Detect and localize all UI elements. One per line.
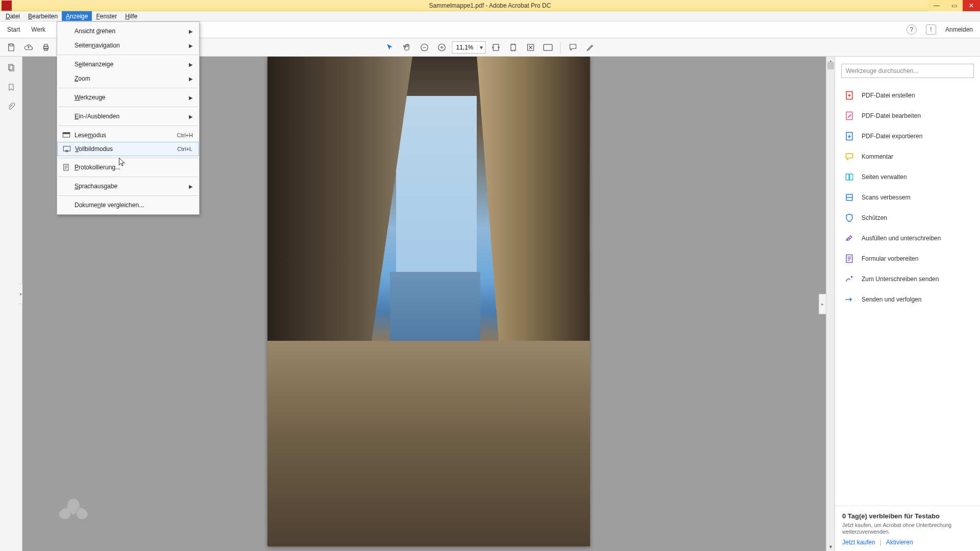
submenu-arrow-icon: ▶: [189, 114, 193, 119]
menu-hilfe[interactable]: Hilfe: [121, 11, 141, 21]
print-icon[interactable]: [39, 40, 53, 55]
tool-label: PDF-Datei exportieren: [862, 133, 922, 140]
svg-rect-11: [10, 66, 14, 71]
menu-separator: [58, 88, 198, 88]
menu-item-ein-ausblenden[interactable]: Ein-/Ausblenden▶: [57, 109, 199, 123]
menu-item-label: Sprachausgabe: [72, 183, 189, 190]
read-icon: [60, 132, 72, 139]
fillsign-icon: [844, 233, 854, 243]
menu-separator: [58, 126, 198, 126]
menu-anzeige[interactable]: Anzeige: [62, 11, 92, 21]
tool-label: Ausfüllen und unterschreiben: [862, 235, 941, 242]
shortcut-label: Ctrl+H: [177, 132, 193, 138]
help-icon[interactable]: ?: [906, 24, 917, 35]
zoom-out-icon[interactable]: [418, 40, 432, 55]
zoom-dropdown-icon[interactable]: ▾: [477, 44, 485, 51]
tool-create[interactable]: PDF-Datei erstellen: [835, 85, 980, 106]
vertical-scrollbar[interactable]: ▲ ▼: [826, 57, 835, 551]
tool-sendtrack[interactable]: Senden und verfolgen: [835, 289, 980, 310]
svg-rect-20: [63, 133, 69, 134]
tool-label: Seiten verwalten: [862, 173, 907, 181]
tools-search-input[interactable]: Werkzeuge durchsuchen...: [841, 64, 974, 78]
zoom-input[interactable]: [453, 44, 477, 51]
login-link[interactable]: Anmelden: [945, 26, 973, 33]
cloud-upload-icon[interactable]: [21, 40, 36, 55]
bookmark-icon[interactable]: [6, 82, 16, 92]
notify-icon[interactable]: !: [926, 24, 936, 35]
tool-protect[interactable]: Schützen: [835, 208, 980, 228]
menu-item-seitennavigation[interactable]: Seitennavigation▶: [57, 38, 199, 53]
tools-tab[interactable]: Werkzeuge: [31, 26, 45, 33]
tool-label: Zum Unterschreiben senden: [862, 276, 939, 283]
scroll-thumb[interactable]: [827, 62, 834, 69]
tool-form[interactable]: Formular vorbereiten: [835, 248, 980, 269]
close-button[interactable]: ✕: [963, 0, 980, 11]
attachment-icon[interactable]: [6, 102, 16, 112]
svg-rect-0: [10, 44, 13, 46]
fit-page-icon[interactable]: [506, 40, 521, 55]
tool-comment[interactable]: Kommentar: [835, 146, 980, 167]
menu-item-label: Werkzeuge: [72, 94, 189, 101]
menu-separator: [58, 107, 198, 107]
read-mode-icon[interactable]: [541, 40, 555, 55]
maximize-button[interactable]: ▭: [945, 0, 963, 11]
menu-item-ansicht-drehen[interactable]: Ansicht drehen▶: [57, 24, 199, 38]
form-icon: [844, 254, 854, 264]
svg-rect-7: [511, 44, 516, 51]
select-tool-icon[interactable]: [383, 40, 397, 55]
menu-item-label: Seitenanzeige: [72, 61, 189, 68]
window-title: Sammelmappe1.pdf - Adobe Acrobat Pro DC: [429, 2, 551, 9]
save-icon[interactable]: [4, 40, 18, 55]
trial-links: Jetzt kaufen | Aktivieren: [842, 539, 973, 546]
scroll-down-icon[interactable]: ▼: [826, 542, 835, 551]
rightpanel-collapse-icon[interactable]: ▸: [819, 294, 826, 314]
menu-item-zoom[interactable]: Zoom▶: [57, 71, 199, 86]
tool-sendsign[interactable]: Zum Unterschreiben senden: [835, 269, 980, 289]
menu-item-seitenanzeige[interactable]: Seitenanzeige▶: [57, 57, 199, 71]
tool-scan[interactable]: Scans verbessern: [835, 187, 980, 208]
start-tab[interactable]: Start: [7, 26, 20, 33]
zoom-select[interactable]: ▾: [452, 41, 486, 54]
svg-rect-16: [850, 174, 853, 180]
menu-item-label: Dokumente vergleichen...: [72, 202, 193, 209]
fit-visible-icon[interactable]: [524, 40, 538, 55]
menu-item-dokumente-vergleichen-[interactable]: Dokumente vergleichen...: [57, 198, 199, 212]
svg-rect-9: [544, 44, 552, 51]
menu-item-protokollierung-[interactable]: Protokollierung...: [57, 160, 199, 174]
menu-item-werkzeuge[interactable]: Werkzeuge▶: [57, 90, 199, 105]
buy-now-link[interactable]: Jetzt kaufen: [842, 539, 875, 546]
hand-tool-icon[interactable]: [400, 40, 414, 55]
menu-bearbeiten[interactable]: Bearbeiten: [24, 11, 62, 21]
menu-item-lesemodus[interactable]: LesemodusCtrl+H: [57, 128, 199, 142]
edit-icon: [844, 111, 854, 121]
menu-item-sprachausgabe[interactable]: Sprachausgabe▶: [57, 179, 199, 193]
tool-pages[interactable]: Seiten verwalten: [835, 167, 980, 187]
menu-fenster[interactable]: Fenster: [92, 11, 121, 21]
tool-label: Scans verbessern: [862, 194, 911, 201]
right-panel: Werkzeuge durchsuchen... PDF-Datei erste…: [835, 57, 980, 551]
tool-label: Formular vorbereiten: [862, 255, 918, 262]
submenu-arrow-icon: ▶: [189, 184, 193, 189]
comment-tool-icon[interactable]: [566, 40, 580, 55]
tool-export[interactable]: PDF-Datei exportieren: [835, 126, 980, 146]
search-placeholder: Werkzeuge durchsuchen...: [846, 67, 919, 74]
pdf-page: [267, 57, 590, 546]
menubar: DateiBearbeitenAnzeigeFensterHilfe: [0, 11, 980, 21]
left-rail: ▸: [0, 57, 22, 551]
thumbnails-icon[interactable]: [6, 63, 16, 73]
anzeige-menu: Ansicht drehen▶Seitennavigation▶Seitenan…: [57, 21, 200, 215]
window-controls: — ▭ ✕: [928, 0, 980, 11]
activate-link[interactable]: Aktivieren: [886, 539, 913, 546]
tool-fillsign[interactable]: Ausfüllen und unterschreiben: [835, 228, 980, 248]
fit-width-icon[interactable]: [489, 40, 503, 55]
trial-subtitle: Jetzt kaufen, um Acrobat ohne Unterbrech…: [842, 522, 973, 536]
menu-item-vollbildmodus[interactable]: VollbildmodusCtrl+L: [57, 142, 199, 156]
menu-item-label: Ein-/Ausblenden: [72, 113, 189, 120]
tool-edit[interactable]: PDF-Datei bearbeiten: [835, 106, 980, 126]
menu-datei[interactable]: Datei: [2, 11, 24, 21]
minimize-button[interactable]: —: [928, 0, 945, 11]
zoom-in-icon[interactable]: [435, 40, 449, 55]
menu-item-label: Seitennavigation: [72, 42, 189, 49]
app-icon: [2, 1, 12, 11]
highlight-tool-icon[interactable]: [583, 40, 598, 55]
